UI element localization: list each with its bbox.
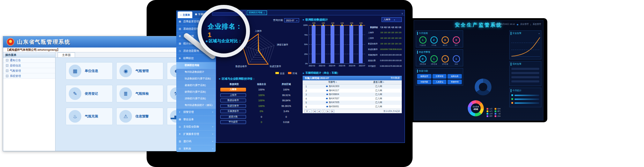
row-label: 数据合格率 xyxy=(368,43,380,45)
table-row[interactable]: 2 鲁KA1117 已入网 xyxy=(303,89,402,93)
module-card[interactable]: ⚒ xyxy=(167,85,177,102)
trend-chart xyxy=(511,36,540,58)
page-size-select[interactable]: 10 xyxy=(304,110,312,113)
table-row[interactable]: 5 鲁KA7005 已入网 xyxy=(303,101,402,105)
menu-item[interactable]: ✕ 扩展服务管理 ˅ xyxy=(176,131,216,138)
tab-main[interactable]: 主界面 xyxy=(58,52,75,57)
column-header: 7月 xyxy=(380,26,383,29)
row-label: 车辆漂移率 xyxy=(368,54,380,56)
expand-plus-icon[interactable]: + xyxy=(6,75,8,77)
legend-item: 火灾 xyxy=(487,108,493,110)
menu-item[interactable]: ⊟ 资料库 ˅ xyxy=(176,145,216,152)
sidebar-item[interactable]: + 系统管理 xyxy=(3,73,55,79)
page-number[interactable]: 1 xyxy=(322,110,325,113)
submenu-item[interactable]: 联网联控考核 xyxy=(176,62,216,69)
sidebar-item[interactable]: + 基础信息 xyxy=(3,63,55,68)
main-area: 主界面 ▦ 单位信息 ◉ 气瓶管理 xyxy=(55,52,177,151)
cell-value: 0.00 xyxy=(398,54,402,56)
data-type-pill[interactable]: 车辆漂移率 xyxy=(220,109,246,113)
chevron-down-icon[interactable]: ▼ xyxy=(538,32,540,35)
panel-title: 快捷功能 xyxy=(417,70,462,73)
plate-column-header[interactable]: 车牌号 xyxy=(310,81,356,84)
stat-row xyxy=(511,98,539,100)
cell-value: 100 xyxy=(398,37,402,39)
stat-bar xyxy=(515,102,539,104)
status-column-header[interactable]: 是否入网 xyxy=(356,81,402,84)
cell-value: 100 xyxy=(399,48,402,50)
y-tick-label: 100% xyxy=(303,24,308,26)
module-card[interactable]: ♨ 气瓶充装 xyxy=(66,108,113,125)
data-type-pill[interactable]: 入网率 xyxy=(220,88,246,92)
data-type-pill[interactable]: 平均疲劳 xyxy=(220,120,246,124)
shortcut-button[interactable]: 巡检任务 xyxy=(447,74,462,79)
submenu-item[interactable]: 漂移统计(基于运政) xyxy=(176,95,216,102)
expand-plus-icon[interactable]: + xyxy=(6,64,8,67)
expand-plus-icon[interactable]: + xyxy=(6,70,8,72)
submenu-item[interactable]: 轨迹数据统计(基于运政) xyxy=(176,75,216,82)
y-tick-label: 75% xyxy=(303,34,308,36)
module-card[interactable]: ▂▅▇ xyxy=(167,108,177,125)
chevron-down-icon[interactable]: ∨ xyxy=(400,12,405,15)
system-label[interactable]: 系统管理 xyxy=(533,23,541,26)
column-header: 2月 xyxy=(398,26,402,29)
submenu-item[interactable]: 超速统计(基于运政) xyxy=(176,82,216,89)
plate-cell: 鲁KA1909 xyxy=(310,85,356,88)
prev-page-button[interactable] xyxy=(317,110,321,113)
data-type-pill[interactable]: 上线率 xyxy=(220,93,246,97)
sidebar-item[interactable]: + 气瓶管理 xyxy=(3,68,55,73)
data-type-pill[interactable]: 数据合格率 xyxy=(220,99,246,102)
query-date-select[interactable]: 2022-07 xyxy=(284,18,299,22)
cell-value: 100 xyxy=(380,48,383,50)
close-icon[interactable]: × xyxy=(264,12,265,14)
module-card[interactable]: ▦ 单位信息 xyxy=(66,62,113,80)
shortcut-button[interactable]: 设备档案 xyxy=(417,80,431,84)
sidebar-tab[interactable]: ⌂ 主菜单 xyxy=(178,12,192,18)
shortcut-button[interactable]: 人员定位 xyxy=(432,80,447,84)
table-row[interactable]: 4 鲁KA7637 已入网 xyxy=(303,97,402,101)
submenu-item[interactable]: 每日轨迹数据统计（测试） xyxy=(176,102,216,109)
table-row[interactable]: 6 鲁K56951 已入网 xyxy=(303,105,402,109)
content-tab[interactable]: 联网联控考核 × xyxy=(247,10,267,15)
gridline xyxy=(511,50,539,50)
submenu-item[interactable]: 疲劳统计(基于运政) xyxy=(176,89,216,95)
module-glyph: ◉ xyxy=(124,68,128,74)
module-icon: ▂▅▇ xyxy=(170,110,177,123)
menu-item[interactable]: ⚡ 报警管理 ˅ xyxy=(176,109,216,116)
data-type-pill[interactable]: 轨迹完整率 xyxy=(220,104,246,108)
metric-dropdown[interactable]: 入网率 xyxy=(382,17,402,22)
legend-dot xyxy=(487,110,488,112)
module-card[interactable]: ⚠ 信息预警 xyxy=(116,108,163,125)
user-label[interactable]: 后台管理 xyxy=(520,23,528,26)
sidebar-item[interactable]: + 通知公告 xyxy=(3,58,55,63)
export-button[interactable]: 导出数据 xyxy=(391,77,400,80)
x-tick-label: 2022-06 xyxy=(349,65,355,67)
shortcut-button[interactable]: 告警管理 xyxy=(432,74,447,79)
submenu-item[interactable]: 每日轨迹数据统计 xyxy=(176,69,216,75)
status-value: 已入网 xyxy=(356,85,402,88)
menu-icon: ✕ xyxy=(179,133,182,136)
current-value: 0 xyxy=(250,121,273,123)
row-index: 4 xyxy=(303,97,310,100)
submenu-label: 每日轨迹数据统计（测试） xyxy=(185,103,214,107)
menu-label: 基础信息管理 xyxy=(183,27,199,31)
module-card[interactable]: ◉ 气瓶管理 xyxy=(116,62,163,80)
table-row[interactable]: 1 鲁KA1909 已入网 xyxy=(303,85,402,89)
next-page-button[interactable] xyxy=(326,110,330,113)
menu-item[interactable]: ▤ 整合运单 xyxy=(176,116,216,123)
menu-item[interactable]: ◎ 主动安全防御 ˅ xyxy=(176,123,216,131)
last-page-button[interactable] xyxy=(331,110,334,113)
shortcut-button[interactable]: 视频监控 xyxy=(417,74,431,79)
data-type-pill[interactable]: 超速次数 xyxy=(220,115,246,119)
module-card[interactable]: ✎ 使用登记 xyxy=(66,85,113,102)
legend-item: 燃气 xyxy=(495,110,501,112)
table-row[interactable]: 3 鲁K96804 已入网 xyxy=(303,93,402,97)
expand-plus-icon[interactable]: + xyxy=(6,59,8,61)
menu-item[interactable]: ▥ 通行码 ˅ xyxy=(176,138,216,145)
ring-value: 0 xyxy=(442,36,449,44)
first-page-button[interactable] xyxy=(313,110,316,113)
detail-section-title: 区域与企业联网联控详情： xyxy=(219,77,299,81)
module-card[interactable]: ☻ xyxy=(167,62,177,80)
module-card[interactable]: ≣ 气瓶报检 xyxy=(116,85,163,102)
module-label: 使用登记 xyxy=(85,92,98,96)
shortcut-button[interactable]: 车辆管理 xyxy=(447,80,462,84)
